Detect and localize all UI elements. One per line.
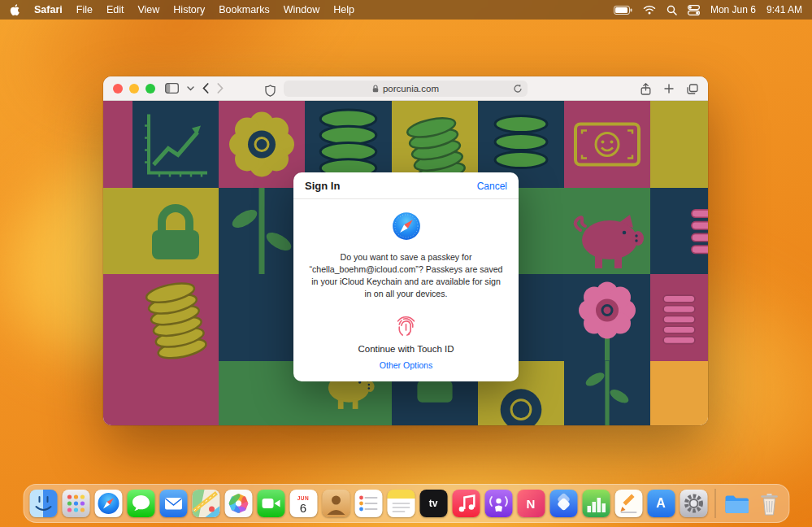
dock-icon-facetime[interactable] <box>257 490 284 517</box>
dock-icon-system-settings[interactable] <box>680 490 707 517</box>
artwork-tile-lock <box>132 188 219 274</box>
battery-icon[interactable] <box>614 6 632 15</box>
lock-icon <box>372 85 379 93</box>
artwork-tile-pig <box>564 188 650 274</box>
continue-with-touch-id-label[interactable]: Continue with Touch ID <box>293 344 519 354</box>
privacy-shield-icon[interactable] <box>265 82 276 98</box>
touch-id-icon <box>293 311 519 338</box>
dock-icon-downloads[interactable] <box>723 490 750 517</box>
dock-separator <box>714 489 715 518</box>
dock-icon-contacts[interactable] <box>322 490 350 517</box>
artwork-tile <box>103 188 132 274</box>
dock-icon-finder[interactable] <box>29 490 57 517</box>
menubar-item-bookmarks[interactable]: Bookmarks <box>219 4 270 15</box>
dock-icon-notes[interactable] <box>387 490 415 517</box>
back-button[interactable] <box>202 81 209 97</box>
close-window-button[interactable] <box>113 84 123 94</box>
dock-icon-trash[interactable] <box>755 490 783 517</box>
menubar-app-name[interactable]: Safari <box>34 4 63 15</box>
tv-logo-text: tv <box>429 498 438 509</box>
artwork-tile-stem <box>219 188 305 274</box>
window-controls <box>113 84 155 94</box>
news-logo-text: N <box>527 497 536 511</box>
artwork-tile <box>219 274 305 361</box>
artwork-tile <box>103 101 132 188</box>
reload-icon[interactable] <box>513 84 523 95</box>
artwork-tile-flower <box>564 274 650 361</box>
artwork-tile-coins <box>132 274 219 361</box>
dock-icon-shortcuts[interactable] <box>549 490 577 517</box>
control-center-icon[interactable] <box>688 5 700 15</box>
dock-icon-mail[interactable] <box>159 490 187 517</box>
artwork-tile-coins <box>650 274 708 361</box>
dock-icon-music[interactable] <box>452 490 480 517</box>
other-options-link[interactable]: Other Options <box>293 360 519 370</box>
url-text: porcunia.com <box>383 84 439 94</box>
safari-compass-icon <box>293 211 519 241</box>
apple-logo-icon[interactable] <box>10 4 20 16</box>
menubar-date[interactable]: Mon Jun 6 <box>710 4 756 15</box>
dock-icon-messages[interactable] <box>127 490 154 517</box>
dock-icon-podcasts[interactable] <box>484 490 512 517</box>
artwork-tile <box>132 361 219 425</box>
dock-icon-pages[interactable] <box>614 490 642 517</box>
passkey-dialog: Sign In Cancel Do you want to save a pas… <box>293 172 519 381</box>
calendar-month-label: JUN <box>297 495 310 501</box>
dialog-body-text: Do you want to save a passkey for “chell… <box>308 251 504 300</box>
menubar-item-help[interactable]: Help <box>333 4 354 15</box>
artwork-tile <box>650 361 708 425</box>
dock-icon-numbers[interactable] <box>582 490 610 517</box>
dock-icon-maps[interactable] <box>192 490 219 517</box>
artwork-tile <box>219 361 305 425</box>
dock-icon-tv[interactable]: tv <box>419 490 447 517</box>
share-button[interactable] <box>640 81 651 97</box>
wifi-icon[interactable] <box>643 5 656 15</box>
dock-icon-app-store[interactable]: A <box>647 490 675 517</box>
tab-overview-button[interactable] <box>687 81 698 97</box>
app-store-logo-text: A <box>656 496 666 511</box>
artwork-tile-chart <box>132 101 219 188</box>
forward-button[interactable] <box>217 81 224 97</box>
dock-icon-photos[interactable] <box>224 490 252 517</box>
artwork-tile <box>103 274 132 361</box>
menubar-item-file[interactable]: File <box>76 4 93 15</box>
dialog-title: Sign In <box>305 180 340 192</box>
dock: JUN 6 tv N <box>23 484 789 523</box>
artwork-tile-dollar <box>564 101 650 188</box>
menubar-item-window[interactable]: Window <box>284 4 319 15</box>
dock-icon-safari[interactable] <box>94 490 122 517</box>
menubar-item-edit[interactable]: Edit <box>106 4 124 15</box>
dock-icon-launchpad[interactable] <box>62 490 89 517</box>
artwork-tile-flower <box>219 101 305 188</box>
url-field[interactable]: porcunia.com <box>284 81 528 97</box>
new-tab-button[interactable] <box>664 81 674 97</box>
menubar-item-view[interactable]: View <box>137 4 159 15</box>
minimize-window-button[interactable] <box>129 84 139 94</box>
artwork-tile-coins <box>650 188 708 274</box>
search-icon[interactable] <box>667 5 677 15</box>
dock-icon-news[interactable]: N <box>517 490 545 517</box>
cancel-button[interactable]: Cancel <box>477 181 507 192</box>
artwork-tile <box>650 101 708 188</box>
dock-icon-reminders[interactable] <box>354 490 382 517</box>
menubar-time[interactable]: 9:41 AM <box>766 4 802 15</box>
artwork-tile-stem <box>564 361 650 425</box>
safari-toolbar: porcunia.com <box>103 76 708 101</box>
dock-icon-calendar[interactable]: JUN 6 <box>289 490 317 517</box>
artwork-tile <box>103 361 132 425</box>
sidebar-toggle-button[interactable] <box>165 81 179 97</box>
menu-bar: Safari File Edit View History Bookmarks … <box>0 0 812 20</box>
calendar-day-label: 6 <box>300 502 306 514</box>
zoom-window-button[interactable] <box>145 84 155 94</box>
menubar-item-history[interactable]: History <box>173 4 205 15</box>
desktop: Safari File Edit View History Bookmarks … <box>0 0 812 527</box>
chevron-down-icon[interactable] <box>187 81 194 97</box>
